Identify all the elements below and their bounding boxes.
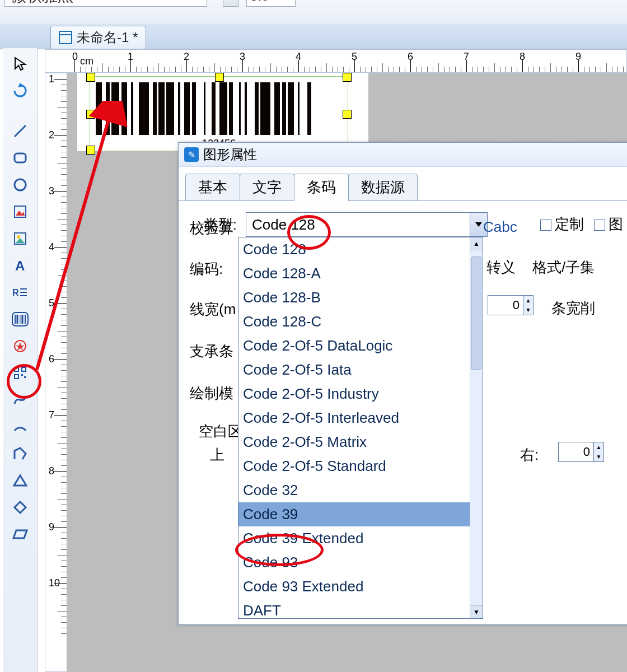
rich-text-tool[interactable]: R [8,280,32,305]
polygon-tool[interactable] [8,441,32,466]
zero-numeric-value: 0 [488,298,523,312]
document-tabbar: 未命名-1 * [0,25,627,49]
tab-text[interactable]: 文字 [240,174,294,201]
right-label: 右: [520,445,539,465]
encoding-label: 编码: [190,259,223,279]
type-option[interactable]: Code 2-Of-5 Interleaved [238,406,483,430]
curve-tool[interactable] [8,388,32,412]
dropdown-scrollbar[interactable]: ▲ ▼ [470,237,483,618]
type-option[interactable]: Code 2-Of-5 DataLogic [238,334,483,358]
type-option[interactable]: DAFT [238,599,483,619]
font-size-combo[interactable]: 5.0 [246,0,296,7]
type-option[interactable]: Code 2-Of-5 Industry [238,382,483,406]
custom-checkbox[interactable]: 定制 [540,214,584,234]
tab-basic[interactable]: 基本 [185,174,240,201]
blank-top-label: 上 [210,445,224,465]
text-tool[interactable]: A [8,253,32,278]
svg-marker-31 [475,222,482,227]
scroll-down-arrow[interactable]: ▼ [470,605,483,618]
dialog-icon: ✎ [184,147,199,162]
ruler-unit-label: cm [80,55,93,67]
select-tool[interactable] [8,52,32,76]
blank-label: 空白区 [199,422,242,441]
ellipse-tool[interactable] [8,172,32,197]
font-family-combo[interactable]: 微软雅黑 [4,0,207,7]
type-option[interactable]: Code 128 [238,237,483,262]
svg-rect-26 [21,374,23,376]
svg-marker-9 [16,238,25,243]
rotate-tool[interactable] [8,78,32,103]
svg-marker-28 [14,475,26,486]
shape-star-tool[interactable] [8,334,32,358]
type-option[interactable]: Code 128-B [238,286,483,310]
dialog-title-text: 图形属性 [203,146,257,164]
rounded-rect-tool[interactable] [8,146,32,170]
type-option[interactable]: Code 128-A [238,262,483,286]
tab-barcode[interactable]: 条码 [294,174,349,201]
dialog-body: 类型: Code 128 校验算 编码: 线宽(m 支承条 绘制模 空白区 上 … [179,200,627,264]
type-option[interactable]: Code 39 [238,502,483,526]
escape-label: 转义 [486,258,516,277]
formatting-toolbar: 微软雅黑 5.0 [0,0,627,25]
resize-handle-e[interactable] [343,110,352,119]
triangle-tool[interactable] [8,468,32,493]
font-family-value: 微软雅黑 [11,0,73,7]
arc-tool[interactable] [8,414,32,439]
type-combo-value: Code 128 [246,216,321,234]
svg-marker-22 [16,342,25,351]
tab-datasource[interactable]: 数据源 [348,174,418,201]
document-tab[interactable]: 未命名-1 * [50,26,146,49]
qrcode-tool[interactable] [8,361,32,385]
svg-rect-24 [22,367,26,371]
linewidth-label: 线宽(m [190,300,236,319]
type-option[interactable]: Code 39 Extended [238,526,483,550]
svg-marker-6 [16,211,25,216]
resize-handle-n[interactable] [215,73,224,82]
window-icon [59,31,72,44]
resize-handle-nw[interactable] [86,73,95,82]
svg-point-4 [15,179,26,190]
parallelogram-tool[interactable] [8,522,32,547]
clip-image-tool[interactable] [8,226,32,251]
diamond-tool[interactable] [8,495,32,520]
scroll-thumb[interactable] [471,256,481,370]
font-family-dropdown-button[interactable] [223,0,238,7]
picture-tool[interactable] [8,199,32,224]
right-numeric-input[interactable]: 0 ▲▼ [558,442,604,462]
vertical-ruler: 12345678910 [45,73,67,672]
type-option[interactable]: Code 128-C [238,310,483,334]
type-option[interactable]: Code 2-Of-5 Iata [238,358,483,382]
resize-handle-ne[interactable] [343,73,352,82]
document-tab-title: 未命名-1 * [77,29,138,46]
type-option[interactable]: Code 2-Of-5 Matrix [238,430,483,454]
svg-marker-29 [15,502,26,513]
svg-line-2 [15,125,26,137]
type-option[interactable]: Code 93 [238,550,483,575]
dialog-titlebar[interactable]: ✎ 图形属性 [179,143,627,167]
graphic-properties-dialog: ✎ 图形属性 基本 文字 条码 数据源 类型: Code 128 校验算 编码:… [178,142,627,625]
resize-handle-w[interactable] [86,110,95,119]
type-option[interactable]: Code 2-Of-5 Standard [238,454,483,478]
type-option[interactable]: Code 93 Extended [238,575,483,599]
left-toolbox: A R [3,48,38,672]
type-combo[interactable]: Code 128 [246,212,488,237]
type-option[interactable]: Code 32 [238,478,483,502]
bearer-label: 支承条 [190,342,233,361]
svg-marker-30 [13,530,27,538]
zero-numeric-input[interactable]: 0 ▲▼ [488,295,534,315]
page-surface[interactable]: 123456 [77,73,368,151]
line-tool[interactable] [8,119,32,143]
type-dropdown-list[interactable]: ▲ ▼ Code 128Code 128-ACode 128-BCode 128… [238,237,483,619]
checksum-label: 校验算 [190,218,233,238]
svg-text:A: A [15,258,25,273]
font-size-value: 5.0 [250,0,269,4]
svg-text:R: R [12,288,19,297]
dialog-tabs: 基本 文字 条码 数据源 [185,174,627,201]
barcode-tool[interactable] [8,307,32,332]
barcode-object[interactable]: 123456 [90,76,348,151]
horizontal-ruler: 0 cm 123456789 [45,49,627,73]
graphic-checkbox[interactable]: 图 [594,214,623,234]
scroll-up-arrow[interactable]: ▲ [470,237,483,250]
resize-handle-sw[interactable] [86,146,95,155]
svg-point-8 [17,235,20,239]
